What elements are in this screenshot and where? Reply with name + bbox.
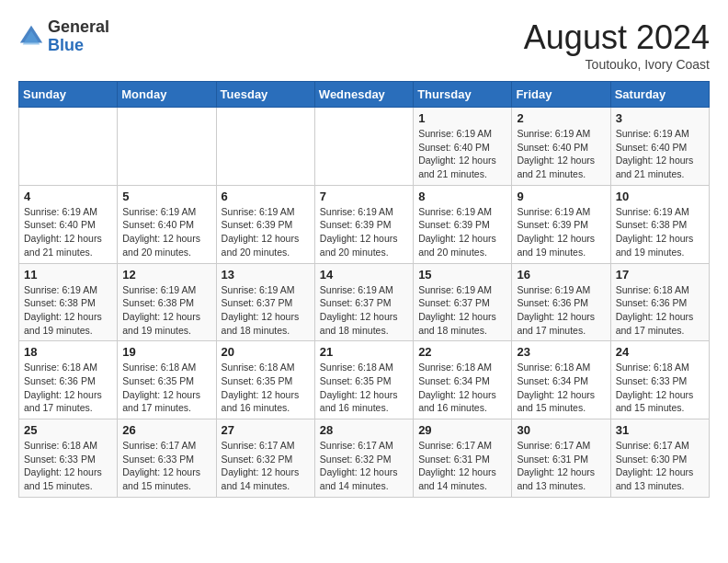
- calendar-cell: 19Sunrise: 6:18 AM Sunset: 6:35 PM Dayli…: [118, 341, 216, 419]
- calendar-cell: 30Sunrise: 6:17 AM Sunset: 6:31 PM Dayli…: [512, 419, 610, 498]
- day-number: 2: [517, 111, 605, 125]
- weekday-header-tuesday: Tuesday: [216, 82, 314, 108]
- day-info: Sunrise: 6:18 AM Sunset: 6:34 PM Dayligh…: [418, 361, 506, 415]
- day-info: Sunrise: 6:19 AM Sunset: 6:40 PM Dayligh…: [122, 205, 210, 259]
- calendar-table: SundayMondayTuesdayWednesdayThursdayFrid…: [18, 81, 710, 498]
- day-info: Sunrise: 6:19 AM Sunset: 6:37 PM Dayligh…: [418, 283, 506, 338]
- day-info: Sunrise: 6:19 AM Sunset: 6:38 PM Dayligh…: [24, 283, 112, 338]
- calendar-cell: 26Sunrise: 6:17 AM Sunset: 6:33 PM Dayli…: [118, 419, 216, 498]
- day-info: Sunrise: 6:18 AM Sunset: 6:36 PM Dayligh…: [616, 283, 704, 338]
- day-info: Sunrise: 6:19 AM Sunset: 6:39 PM Dayligh…: [222, 205, 310, 259]
- logo-general: General: [48, 17, 109, 36]
- day-number: 21: [320, 345, 408, 359]
- location-subtitle: Toutouko, Ivory Coast: [524, 57, 710, 72]
- day-info: Sunrise: 6:19 AM Sunset: 6:40 PM Dayligh…: [418, 127, 506, 181]
- calendar-cell: 28Sunrise: 6:17 AM Sunset: 6:32 PM Dayli…: [314, 419, 413, 498]
- day-number: 17: [616, 268, 704, 282]
- calendar-cell: 4Sunrise: 6:19 AM Sunset: 6:40 PM Daylig…: [19, 185, 118, 263]
- day-info: Sunrise: 6:17 AM Sunset: 6:32 PM Dayligh…: [320, 439, 408, 493]
- calendar-cell: [118, 108, 216, 186]
- day-info: Sunrise: 6:17 AM Sunset: 6:31 PM Dayligh…: [418, 439, 506, 493]
- calendar-cell: 13Sunrise: 6:19 AM Sunset: 6:37 PM Dayli…: [216, 263, 314, 341]
- month-year-title: August 2024: [524, 18, 710, 57]
- calendar-week-5: 25Sunrise: 6:18 AM Sunset: 6:33 PM Dayli…: [19, 419, 710, 498]
- day-info: Sunrise: 6:18 AM Sunset: 6:33 PM Dayligh…: [24, 439, 112, 493]
- page-header: General Blue August 2024 Toutouko, Ivory…: [18, 18, 710, 72]
- day-number: 29: [418, 423, 506, 437]
- day-info: Sunrise: 6:18 AM Sunset: 6:34 PM Dayligh…: [517, 361, 605, 415]
- calendar-cell: 25Sunrise: 6:18 AM Sunset: 6:33 PM Dayli…: [19, 419, 118, 498]
- day-number: 12: [122, 268, 210, 282]
- day-info: Sunrise: 6:19 AM Sunset: 6:38 PM Dayligh…: [122, 283, 210, 338]
- weekday-header-friday: Friday: [512, 82, 610, 108]
- day-number: 26: [122, 423, 210, 437]
- day-info: Sunrise: 6:19 AM Sunset: 6:39 PM Dayligh…: [320, 205, 408, 259]
- logo: General Blue: [18, 18, 109, 55]
- logo-icon: [18, 24, 44, 50]
- calendar-cell: 24Sunrise: 6:18 AM Sunset: 6:33 PM Dayli…: [610, 341, 709, 419]
- day-number: 23: [517, 345, 605, 359]
- day-info: Sunrise: 6:19 AM Sunset: 6:38 PM Dayligh…: [616, 205, 704, 259]
- day-info: Sunrise: 6:18 AM Sunset: 6:35 PM Dayligh…: [320, 361, 408, 415]
- day-info: Sunrise: 6:18 AM Sunset: 6:35 PM Dayligh…: [122, 361, 210, 415]
- calendar-cell: 15Sunrise: 6:19 AM Sunset: 6:37 PM Dayli…: [414, 263, 512, 341]
- calendar-week-4: 18Sunrise: 6:18 AM Sunset: 6:36 PM Dayli…: [19, 341, 710, 419]
- calendar-cell: 20Sunrise: 6:18 AM Sunset: 6:35 PM Dayli…: [216, 341, 314, 419]
- day-number: 3: [616, 111, 704, 125]
- day-number: 15: [418, 268, 506, 282]
- weekday-header-thursday: Thursday: [414, 82, 512, 108]
- calendar-week-1: 1Sunrise: 6:19 AM Sunset: 6:40 PM Daylig…: [19, 108, 710, 186]
- day-info: Sunrise: 6:19 AM Sunset: 6:37 PM Dayligh…: [222, 283, 310, 338]
- weekday-header-sunday: Sunday: [19, 82, 118, 108]
- day-info: Sunrise: 6:19 AM Sunset: 6:39 PM Dayligh…: [517, 205, 605, 259]
- logo-text: General Blue: [48, 18, 109, 55]
- calendar-cell: 31Sunrise: 6:17 AM Sunset: 6:30 PM Dayli…: [610, 419, 709, 498]
- calendar-cell: 11Sunrise: 6:19 AM Sunset: 6:38 PM Dayli…: [19, 263, 118, 341]
- day-number: 10: [616, 190, 704, 203]
- calendar-cell: 27Sunrise: 6:17 AM Sunset: 6:32 PM Dayli…: [216, 419, 314, 498]
- day-number: 8: [418, 190, 506, 203]
- calendar-cell: 5Sunrise: 6:19 AM Sunset: 6:40 PM Daylig…: [118, 185, 216, 263]
- calendar-cell: 10Sunrise: 6:19 AM Sunset: 6:38 PM Dayli…: [610, 185, 709, 263]
- calendar-cell: 3Sunrise: 6:19 AM Sunset: 6:40 PM Daylig…: [610, 108, 709, 186]
- calendar-cell: 8Sunrise: 6:19 AM Sunset: 6:39 PM Daylig…: [414, 185, 512, 263]
- title-block: August 2024 Toutouko, Ivory Coast: [524, 18, 710, 72]
- calendar-cell: 9Sunrise: 6:19 AM Sunset: 6:39 PM Daylig…: [512, 185, 610, 263]
- day-number: 11: [24, 268, 112, 282]
- calendar-header: SundayMondayTuesdayWednesdayThursdayFrid…: [19, 82, 710, 108]
- day-info: Sunrise: 6:18 AM Sunset: 6:36 PM Dayligh…: [24, 361, 112, 415]
- day-number: 25: [24, 423, 112, 437]
- calendar-cell: 14Sunrise: 6:19 AM Sunset: 6:37 PM Dayli…: [314, 263, 413, 341]
- day-number: 6: [222, 190, 310, 203]
- day-number: 14: [320, 268, 408, 282]
- calendar-cell: 17Sunrise: 6:18 AM Sunset: 6:36 PM Dayli…: [610, 263, 709, 341]
- calendar-cell: [19, 108, 118, 186]
- weekday-header-saturday: Saturday: [610, 82, 709, 108]
- day-info: Sunrise: 6:19 AM Sunset: 6:39 PM Dayligh…: [418, 205, 506, 259]
- day-number: 9: [517, 190, 605, 203]
- day-number: 22: [418, 345, 506, 359]
- day-info: Sunrise: 6:19 AM Sunset: 6:40 PM Dayligh…: [616, 127, 704, 181]
- day-info: Sunrise: 6:19 AM Sunset: 6:37 PM Dayligh…: [320, 283, 408, 338]
- day-number: 4: [24, 190, 112, 203]
- day-info: Sunrise: 6:17 AM Sunset: 6:30 PM Dayligh…: [616, 439, 704, 493]
- day-info: Sunrise: 6:18 AM Sunset: 6:35 PM Dayligh…: [222, 361, 310, 415]
- calendar-cell: 21Sunrise: 6:18 AM Sunset: 6:35 PM Dayli…: [314, 341, 413, 419]
- day-number: 7: [320, 190, 408, 203]
- day-info: Sunrise: 6:19 AM Sunset: 6:40 PM Dayligh…: [517, 127, 605, 181]
- day-number: 18: [24, 345, 112, 359]
- day-number: 24: [616, 345, 704, 359]
- day-info: Sunrise: 6:18 AM Sunset: 6:33 PM Dayligh…: [616, 361, 704, 415]
- calendar-cell: 16Sunrise: 6:19 AM Sunset: 6:36 PM Dayli…: [512, 263, 610, 341]
- weekday-header-wednesday: Wednesday: [314, 82, 413, 108]
- day-info: Sunrise: 6:19 AM Sunset: 6:40 PM Dayligh…: [24, 205, 112, 259]
- calendar-week-3: 11Sunrise: 6:19 AM Sunset: 6:38 PM Dayli…: [19, 263, 710, 341]
- day-info: Sunrise: 6:19 AM Sunset: 6:36 PM Dayligh…: [517, 283, 605, 338]
- calendar-cell: 7Sunrise: 6:19 AM Sunset: 6:39 PM Daylig…: [314, 185, 413, 263]
- day-number: 16: [517, 268, 605, 282]
- calendar-week-2: 4Sunrise: 6:19 AM Sunset: 6:40 PM Daylig…: [19, 185, 710, 263]
- day-number: 28: [320, 423, 408, 437]
- calendar-cell: 29Sunrise: 6:17 AM Sunset: 6:31 PM Dayli…: [414, 419, 512, 498]
- calendar-body: 1Sunrise: 6:19 AM Sunset: 6:40 PM Daylig…: [19, 108, 710, 498]
- calendar-cell: 22Sunrise: 6:18 AM Sunset: 6:34 PM Dayli…: [414, 341, 512, 419]
